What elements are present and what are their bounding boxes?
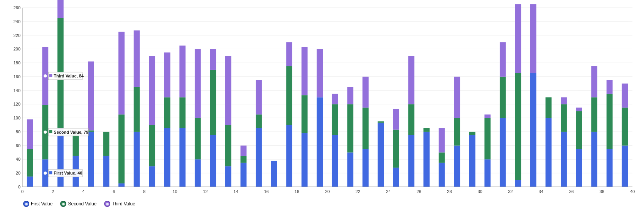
legend-first-value: ⊕ First Value xyxy=(23,201,52,207)
legend-second-value: ⊕ Second Value xyxy=(60,201,96,207)
legend-second-label: Second Value xyxy=(68,201,96,207)
chart-canvas xyxy=(0,0,644,210)
legend-third-label: Third Value xyxy=(112,201,135,207)
legend-third-icon: ⊕ xyxy=(104,201,110,207)
chart-container: ⊕ First Value ⊕ Second Value ⊕ Third Val… xyxy=(0,0,644,210)
legend-first-label: First Value xyxy=(31,201,52,207)
legend-first-icon: ⊕ xyxy=(23,201,29,207)
legend-third-value: ⊕ Third Value xyxy=(104,201,135,207)
chart-legend: ⊕ First Value ⊕ Second Value ⊕ Third Val… xyxy=(23,201,135,207)
legend-second-icon: ⊕ xyxy=(60,201,66,207)
